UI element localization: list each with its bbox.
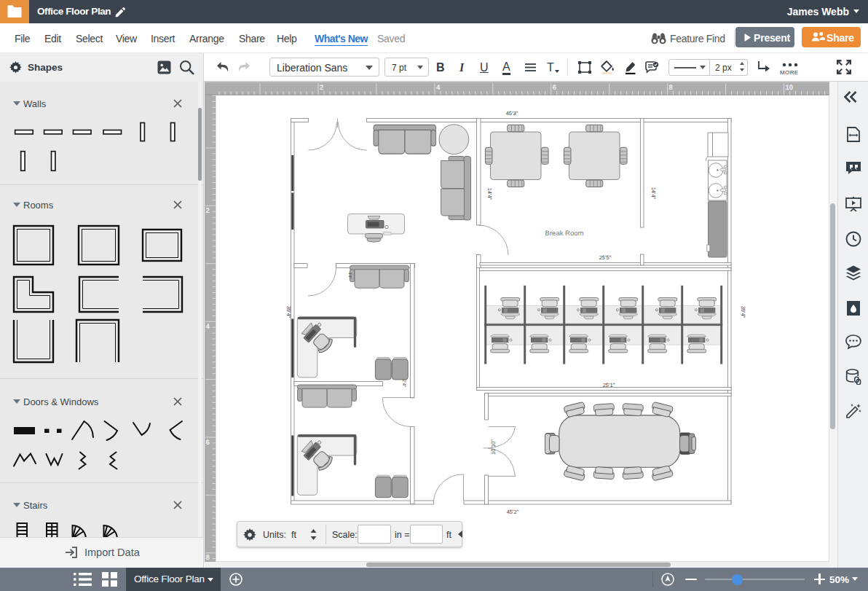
svg-text:25'5": 25'5" [599,254,612,261]
svg-text:45'3": 45'3" [506,110,518,117]
svg-text:4: 4 [206,323,210,331]
svg-text:39'4": 39'4" [740,306,746,318]
svg-text:6: 6 [553,84,556,92]
svg-text:14'4": 14'4" [650,187,657,200]
svg-text:10'10": 10'10" [490,439,497,455]
svg-text:45'2": 45'2" [507,509,519,515]
svg-text:6: 6 [206,439,210,447]
svg-text:10: 10 [786,84,794,92]
svg-text:8: 8 [669,84,673,92]
svg-text:1'1": 1'1" [347,272,352,278]
svg-text:2'4": 2'4" [401,380,406,388]
svg-text:2: 2 [206,207,210,215]
svg-text:4: 4 [436,84,441,92]
svg-text:2: 2 [320,84,323,92]
svg-text:25'1": 25'1" [603,382,615,388]
svg-text:39'4": 39'4" [285,306,292,318]
svg-text:14'4": 14'4" [486,188,493,200]
svg-text:8: 8 [206,554,210,562]
svg-text:Break Room: Break Room [545,230,584,238]
